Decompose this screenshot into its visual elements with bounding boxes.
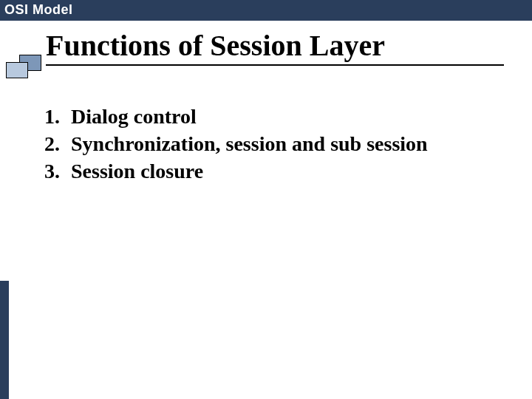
header-title: OSI Model xyxy=(4,2,73,17)
list-item: Dialog control xyxy=(30,103,488,129)
list-item: Synchronization, session and sub session xyxy=(30,131,488,157)
list-item: Session closure xyxy=(30,158,488,184)
decor-square-front xyxy=(6,62,28,78)
slide-heading: Functions of Session Layer xyxy=(46,28,504,66)
title-decoration xyxy=(6,55,49,81)
function-list: Dialog control Synchronization, session … xyxy=(30,103,488,185)
side-accent-bar xyxy=(0,281,9,399)
header-bar: OSI Model xyxy=(0,0,532,21)
title-container: Functions of Session Layer xyxy=(46,28,502,66)
